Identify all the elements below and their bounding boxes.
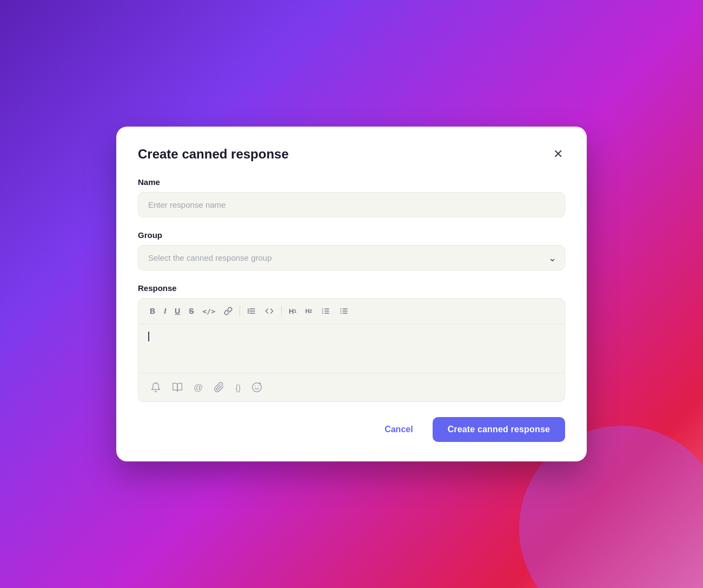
toolbar-separator-1 [240, 306, 240, 316]
h1-button[interactable]: H1 [285, 305, 300, 318]
svg-point-17 [253, 383, 262, 392]
close-button[interactable]: ✕ [551, 146, 565, 162]
response-label: Response [138, 283, 565, 293]
svg-text:3.: 3. [322, 312, 324, 314]
group-select-wrapper: Select the canned response group ⌄ [138, 245, 565, 270]
modal-dialog: Create canned response ✕ Name Group Sele… [116, 127, 587, 461]
strikethrough-button[interactable]: S [185, 305, 197, 318]
svg-point-13 [341, 308, 342, 309]
italic-button[interactable]: I [160, 305, 170, 318]
editor-content-area[interactable] [138, 324, 565, 373]
emoji-button[interactable] [247, 379, 267, 396]
svg-point-15 [341, 313, 342, 314]
code-button[interactable]: </> [198, 305, 218, 318]
name-label: Name [138, 177, 565, 187]
underline-button[interactable]: U [171, 305, 184, 318]
attach-button[interactable] [209, 379, 229, 396]
editor-toolbar: B I U S </> [138, 299, 565, 324]
editor-bottom-toolbar: @ {} [138, 373, 565, 401]
group-label: Group [138, 230, 565, 240]
variable-button[interactable]: {} [231, 380, 245, 395]
blockquote-button[interactable] [243, 304, 260, 318]
book-button[interactable] [168, 379, 187, 396]
text-cursor [148, 332, 149, 341]
code-block-button[interactable] [261, 304, 278, 318]
modal-footer: Cancel Create canned response [138, 417, 565, 442]
link-button[interactable] [220, 304, 236, 318]
ordered-list-button[interactable]: 1. 2. 3. [317, 304, 334, 318]
response-field-group: Response B I U S </> [138, 283, 565, 402]
modal-title: Create canned response [138, 147, 289, 162]
group-field-group: Group Select the canned response group ⌄ [138, 230, 565, 270]
bold-button[interactable]: B [146, 305, 159, 318]
modal-header: Create canned response ✕ [138, 146, 565, 162]
svg-point-14 [341, 310, 342, 312]
name-field-group: Name [138, 177, 565, 217]
group-select[interactable]: Select the canned response group [138, 245, 565, 270]
toolbar-separator-2 [281, 306, 282, 316]
audio-reply-button[interactable] [146, 379, 165, 396]
cancel-button[interactable]: Cancel [374, 418, 423, 441]
mention-button[interactable]: @ [189, 380, 207, 395]
h2-button[interactable]: H2 [301, 306, 316, 317]
unordered-list-button[interactable] [335, 304, 353, 318]
response-editor: B I U S </> [138, 298, 565, 402]
name-input[interactable] [138, 192, 565, 217]
create-canned-response-button[interactable]: Create canned response [433, 417, 565, 442]
